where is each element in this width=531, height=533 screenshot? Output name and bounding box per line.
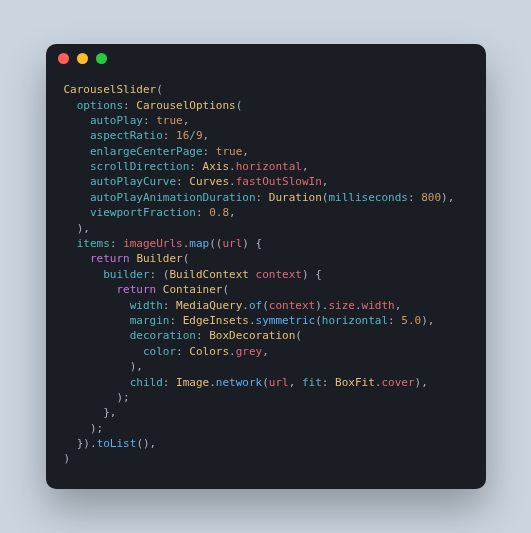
token-literal: 16 [176, 129, 189, 142]
traffic-light-zoom-icon[interactable] [96, 53, 107, 64]
token-param: child [130, 376, 163, 389]
token-fn: map [189, 237, 209, 250]
token-property: size [328, 299, 355, 312]
token-param: color [143, 345, 176, 358]
code-block: CarouselSlider( options: CarouselOptions… [46, 72, 486, 489]
token-literal: 800 [421, 191, 441, 204]
token-ident: imageUrls [123, 237, 183, 250]
token-param: autoPlay [90, 114, 143, 127]
traffic-light-close-icon[interactable] [58, 53, 69, 64]
token-class: Container [163, 283, 223, 296]
token-param: width [130, 299, 163, 312]
token-class: Curves [189, 175, 229, 188]
token-param: enlargeCenterPage [90, 145, 203, 158]
token-param: autoPlayCurve [90, 175, 176, 188]
token-class: EdgeInsets [183, 314, 249, 327]
token-param: options [77, 99, 123, 112]
token-class: CarouselSlider [64, 83, 157, 96]
token-ident: context [269, 299, 315, 312]
token-property: fastOutSlowIn [236, 175, 322, 188]
token-literal: 9 [196, 129, 203, 142]
token-param: builder [103, 268, 149, 281]
token-class: Image [176, 376, 209, 389]
token-class: BuildContext [169, 268, 248, 281]
token-param: milliseconds [328, 191, 407, 204]
token-param: decoration [130, 329, 196, 342]
token-class: BoxDecoration [209, 329, 295, 342]
token-keyword: return [90, 252, 130, 265]
token-param: horizontal [322, 314, 388, 327]
token-param: viewportFraction [90, 206, 196, 219]
token-fn: toList [97, 437, 137, 450]
token-fn: of [249, 299, 262, 312]
token-class: MediaQuery [176, 299, 242, 312]
token-ident: url [222, 237, 242, 250]
traffic-light-minimize-icon[interactable] [77, 53, 88, 64]
token-class: Axis [203, 160, 230, 173]
window-titlebar [46, 44, 486, 72]
token-literal: 0.8 [209, 206, 229, 219]
token-literal: true [216, 145, 243, 158]
token-param: margin [130, 314, 170, 327]
token-class: BoxFit [335, 376, 375, 389]
token-class: Colors [189, 345, 229, 358]
token-param: items [77, 237, 110, 250]
token-property: cover [381, 376, 414, 389]
token-ident: url [269, 376, 289, 389]
token-property: horizontal [236, 160, 302, 173]
token-param: scrollDirection [90, 160, 189, 173]
token-param: fit [302, 376, 322, 389]
token-param: aspectRatio [90, 129, 163, 142]
token-keyword: return [116, 283, 156, 296]
code-window: CarouselSlider( options: CarouselOptions… [46, 44, 486, 489]
token-literal: true [156, 114, 183, 127]
token-fn: network [216, 376, 262, 389]
token-class: Duration [269, 191, 322, 204]
token-property: width [362, 299, 395, 312]
token-param: autoPlayAnimationDuration [90, 191, 256, 204]
token-property: grey [236, 345, 263, 358]
token-literal: 5.0 [401, 314, 421, 327]
token-class: CarouselOptions [136, 99, 235, 112]
token-fn: symmetric [256, 314, 316, 327]
token-ident: context [256, 268, 302, 281]
token-class: Builder [136, 252, 182, 265]
